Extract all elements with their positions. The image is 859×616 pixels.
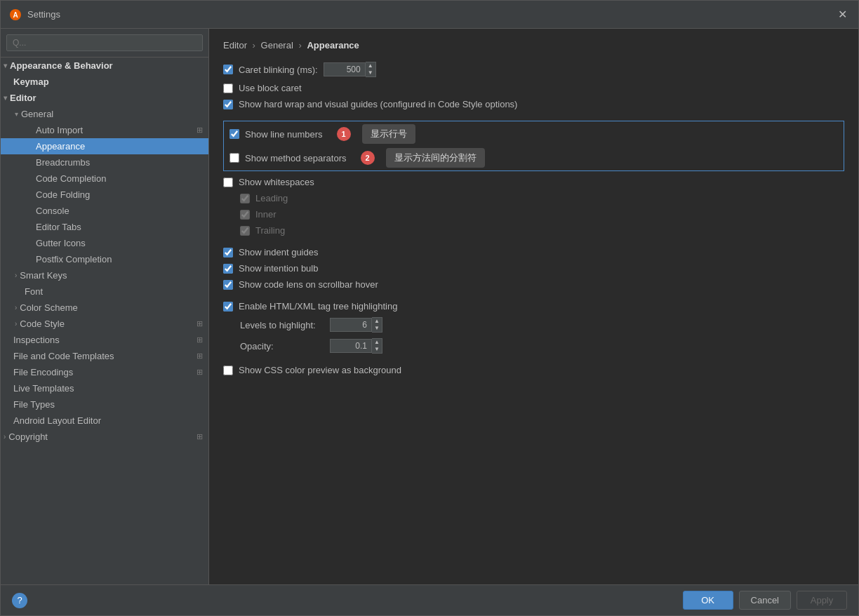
sidebar-item-live-templates[interactable]: Live Templates [1, 380, 208, 396]
sidebar-item-font[interactable]: Font [1, 283, 208, 300]
sidebar-item-general[interactable]: ▾General [1, 106, 208, 122]
leading-row: Leading [223, 193, 844, 203]
sidebar-item-console[interactable]: Console [1, 203, 208, 219]
expand-icon-smart-keys: › [15, 272, 17, 279]
method-sep-checkbox[interactable] [229, 153, 239, 163]
block-caret-checkbox[interactable] [223, 83, 233, 93]
sidebar-item-breadcrumbs[interactable]: Breadcrumbs [1, 154, 208, 170]
html-xml-checkbox[interactable] [223, 302, 233, 312]
sidebar-label-file-types: File Types [13, 399, 55, 410]
intention-bulb-checkbox[interactable] [223, 264, 233, 274]
intention-bulb-row: Show intention bulb [223, 263, 844, 274]
sidebar-item-color-scheme[interactable]: ›Color Scheme [1, 300, 208, 316]
sidebar-item-editor-tabs[interactable]: Editor Tabs [1, 219, 208, 235]
breadcrumb-sep2: › [298, 40, 301, 51]
caret-blinking-down[interactable]: ▼ [366, 69, 375, 76]
caret-blinking-checkbox[interactable] [223, 65, 233, 74]
breadcrumb-appearance: Appearance [307, 40, 359, 51]
sidebar-label-code-completion: Code Completion [36, 173, 106, 184]
ok-button[interactable]: OK [683, 591, 733, 610]
close-button[interactable]: ✕ [835, 6, 850, 22]
breadcrumb: Editor › General › Appearance [223, 40, 844, 51]
method-sep-label[interactable]: Show method separators [245, 153, 347, 163]
leading-checkbox[interactable] [240, 194, 250, 203]
html-xml-label[interactable]: Enable HTML/XML tag tree highlighting [239, 301, 397, 312]
opacity-value[interactable] [330, 339, 372, 353]
caret-blinking-row: Caret blinking (ms): ▲ ▼ [223, 62, 844, 77]
title-bar-left: A Settings [9, 8, 60, 21]
opacity-up[interactable]: ▲ [372, 339, 382, 346]
sidebar-item-code-folding[interactable]: Code Folding [1, 187, 208, 203]
intention-bulb-label[interactable]: Show intention bulb [239, 263, 318, 274]
sidebar-item-gutter-icons[interactable]: Gutter Icons [1, 235, 208, 251]
badge-file-code-templates: ⊞ [197, 351, 203, 361]
trailing-label: Trailing [255, 225, 285, 236]
sidebar-item-copyright[interactable]: ›Copyright⊞ [1, 429, 208, 445]
sidebar-label-auto-import: Auto Import [36, 125, 83, 135]
sidebar-item-appearance[interactable]: Appearance [1, 138, 208, 154]
caret-blinking-up[interactable]: ▲ [366, 62, 375, 69]
inner-label: Inner [255, 209, 277, 220]
sidebar-item-keymap[interactable]: Keymap [1, 74, 208, 90]
levels-down[interactable]: ▼ [372, 325, 382, 332]
block-caret-label[interactable]: Use block caret [239, 83, 302, 93]
line-numbers-label[interactable]: Show line numbers [245, 129, 323, 140]
sidebar-label-file-encodings: File Encodings [13, 367, 73, 377]
sidebar-label-code-folding: Code Folding [36, 189, 90, 200]
title-bar: A Settings ✕ [1, 1, 858, 29]
sidebar-item-file-encodings[interactable]: File Encodings⊞ [1, 364, 208, 380]
sidebar-item-editor[interactable]: ▾Editor [1, 90, 208, 106]
search-input[interactable] [6, 34, 203, 51]
caret-blinking-label[interactable]: Caret blinking (ms): [239, 65, 318, 75]
whitespaces-row: Show whitespaces [223, 177, 844, 187]
sidebar-item-smart-keys[interactable]: ›Smart Keys [1, 267, 208, 283]
hard-wrap-label[interactable]: Show hard wrap and visual guides (config… [239, 99, 517, 109]
opacity-down[interactable]: ▼ [372, 346, 382, 353]
sidebar-item-code-completion[interactable]: Code Completion [1, 170, 208, 187]
caret-blinking-spinner: ▲ ▼ [324, 62, 376, 77]
line-numbers-checkbox[interactable] [229, 129, 239, 139]
whitespaces-label[interactable]: Show whitespaces [239, 177, 314, 187]
sidebar-item-file-code-templates[interactable]: File and Code Templates⊞ [1, 348, 208, 364]
sidebar-item-appearance-behavior[interactable]: ▾Appearance & Behavior [1, 58, 208, 74]
css-color-label[interactable]: Show CSS color preview as background [239, 365, 401, 375]
method-sep-row: Show method separators 2 显示方法间的分割符 [229, 148, 838, 168]
code-lens-checkbox[interactable] [223, 280, 233, 290]
main-content: ▾Appearance & BehaviorKeymap▾Editor▾Gene… [1, 29, 858, 584]
help-button[interactable]: ? [12, 593, 27, 608]
trailing-checkbox[interactable] [240, 226, 250, 236]
expand-icon-code-style: › [15, 320, 17, 328]
css-color-checkbox[interactable] [223, 366, 233, 375]
levels-value[interactable] [330, 318, 372, 332]
settings-window: A Settings ✕ ▾Appearance & BehaviorKeyma… [0, 0, 859, 616]
caret-blinking-value[interactable] [324, 62, 366, 76]
apply-button[interactable]: Apply [797, 591, 847, 610]
indent-guides-checkbox[interactable] [223, 248, 233, 257]
badge-file-encodings: ⊞ [197, 368, 203, 377]
sidebar-item-auto-import[interactable]: Auto Import⊞ [1, 122, 208, 138]
inner-checkbox[interactable] [240, 210, 250, 220]
sidebar-label-breadcrumbs: Breadcrumbs [36, 157, 90, 168]
levels-up[interactable]: ▲ [372, 318, 382, 325]
sidebar-item-file-types[interactable]: File Types [1, 396, 208, 413]
sidebar-item-code-style[interactable]: ›Code Style⊞ [1, 316, 208, 332]
whitespaces-checkbox[interactable] [223, 178, 233, 187]
highlight-box: Show line numbers 1 显示行号 Show method sep… [223, 121, 844, 171]
cancel-button[interactable]: Cancel [739, 591, 791, 610]
sidebar-label-live-templates: Live Templates [13, 383, 74, 394]
sidebar-item-android-layout-editor[interactable]: Android Layout Editor [1, 413, 208, 429]
annotation-2-badge: 2 [361, 151, 375, 165]
sidebar-item-postfix-completion[interactable]: Postfix Completion [1, 251, 208, 267]
hard-wrap-row: Show hard wrap and visual guides (config… [223, 99, 844, 109]
indent-guides-label[interactable]: Show indent guides [239, 247, 318, 257]
app-icon: A [9, 8, 22, 21]
sidebar-item-inspections[interactable]: Inspections⊞ [1, 332, 208, 348]
sidebar-label-gutter-icons: Gutter Icons [36, 238, 86, 248]
sidebar-label-postfix-completion: Postfix Completion [36, 254, 112, 265]
bottom-bar: ? OK Cancel Apply [1, 584, 858, 615]
hard-wrap-checkbox[interactable] [223, 100, 233, 109]
badge-auto-import: ⊞ [197, 126, 203, 135]
code-lens-label[interactable]: Show code lens on scrollbar hover [239, 279, 378, 290]
levels-spinner: ▲ ▼ [330, 317, 382, 333]
dialog-buttons: OK Cancel Apply [683, 591, 847, 610]
